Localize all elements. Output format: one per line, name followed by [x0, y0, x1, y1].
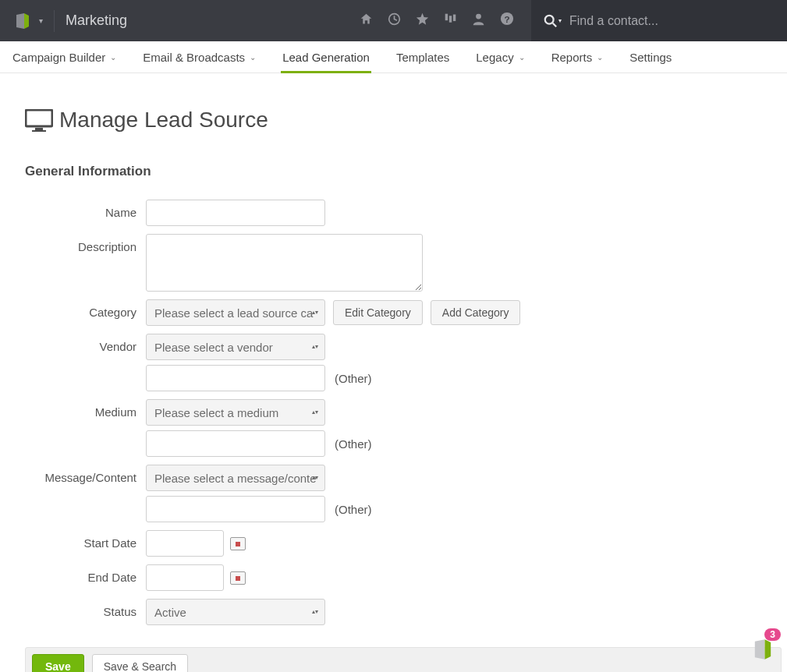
- message-other-input[interactable]: [146, 496, 325, 522]
- divider: [54, 10, 55, 32]
- category-select[interactable]: Please select a lead source ca ▴▾: [146, 299, 325, 326]
- monitor-icon: [25, 109, 53, 131]
- select-value: Active: [154, 606, 186, 619]
- vendor-other-label: (Other): [333, 372, 372, 385]
- footer-bar: Save Save & Search: [25, 647, 782, 672]
- app-switcher[interactable]: ▾: [14, 12, 43, 30]
- nav-label: Email & Broadcasts: [143, 51, 245, 64]
- svg-rect-13: [32, 130, 46, 132]
- section-title: General Information: [25, 164, 762, 179]
- grid-icon[interactable]: [444, 12, 457, 30]
- medium-other-input[interactable]: [146, 430, 325, 457]
- clock-icon[interactable]: [388, 12, 401, 30]
- svg-marker-14: [755, 639, 765, 659]
- name-input[interactable]: [146, 200, 325, 226]
- updown-icon: ▴▾: [312, 476, 318, 480]
- svg-marker-0: [16, 13, 24, 29]
- nav-label: Legacy: [476, 51, 513, 64]
- calendar-icon[interactable]: [230, 537, 246, 550]
- nav-label: Reports: [551, 51, 593, 64]
- save-search-button[interactable]: Save & Search: [92, 654, 188, 672]
- select-value: Please select a vendor: [154, 341, 273, 354]
- status-select[interactable]: Active ▴▾: [146, 599, 325, 625]
- global-search[interactable]: ▾: [531, 0, 787, 41]
- label-status: Status: [25, 599, 146, 618]
- page-content: Manage Lead Source General Information N…: [0, 73, 787, 672]
- end-date-input[interactable]: [146, 564, 224, 591]
- nav-label: Campaign Builder: [12, 51, 105, 64]
- add-category-button[interactable]: Add Category: [431, 300, 521, 325]
- nav-settings[interactable]: Settings: [629, 41, 672, 73]
- label-end-date: End Date: [25, 564, 146, 584]
- chevron-down-icon: ⌄: [519, 53, 525, 62]
- nav-legacy[interactable]: Legacy ⌄: [476, 41, 524, 73]
- app-title: Marketing: [66, 12, 127, 29]
- edit-category-button[interactable]: Edit Category: [333, 300, 423, 325]
- chevron-down-icon: ▾: [39, 16, 43, 25]
- label-vendor: Vendor: [25, 334, 146, 353]
- nav-label: Templates: [396, 51, 449, 64]
- message-select[interactable]: Please select a message/conte ▴▾: [146, 465, 325, 491]
- nav-email-broadcasts[interactable]: Email & Broadcasts ⌄: [143, 41, 256, 73]
- label-medium: Medium: [25, 399, 146, 419]
- nav-templates[interactable]: Templates: [396, 41, 449, 73]
- calendar-icon[interactable]: [230, 571, 246, 585]
- search-icon[interactable]: ▾: [544, 14, 562, 28]
- topbar-icons: ?: [360, 12, 531, 30]
- svg-point-9: [545, 15, 554, 23]
- description-textarea[interactable]: [146, 234, 423, 292]
- chevron-down-icon: ⌄: [110, 53, 116, 62]
- chevron-down-icon: ⌄: [250, 53, 256, 62]
- star-icon[interactable]: [416, 12, 429, 30]
- updown-icon: ▴▾: [312, 610, 318, 614]
- svg-line-10: [553, 23, 557, 27]
- nav-campaign-builder[interactable]: Campaign Builder ⌄: [12, 41, 116, 73]
- svg-rect-12: [35, 128, 43, 130]
- nav-lead-generation[interactable]: Lead Generation: [282, 41, 370, 73]
- nav-label: Settings: [629, 51, 672, 64]
- label-description: Description: [25, 234, 146, 253]
- nav-reports[interactable]: Reports ⌄: [551, 41, 604, 73]
- help-icon[interactable]: ?: [500, 12, 514, 30]
- select-value: Please select a message/conte: [154, 472, 317, 485]
- vendor-other-input[interactable]: [146, 365, 325, 391]
- search-input[interactable]: [569, 14, 775, 28]
- start-date-input[interactable]: [146, 530, 224, 557]
- svg-point-6: [476, 13, 481, 19]
- label-category: Category: [25, 299, 146, 319]
- medium-other-label: (Other): [333, 437, 372, 451]
- vendor-select[interactable]: Please select a vendor ▴▾: [146, 334, 325, 360]
- updown-icon: ▴▾: [312, 410, 318, 415]
- page-title: Manage Lead Source: [59, 108, 268, 133]
- topbar: ▾ Marketing ? ▾: [0, 0, 787, 41]
- label-message: Message/Content: [25, 465, 146, 484]
- save-button[interactable]: Save: [32, 654, 84, 672]
- svg-marker-1: [24, 13, 29, 29]
- home-icon[interactable]: [360, 12, 373, 30]
- user-icon[interactable]: [472, 12, 485, 30]
- page-title-row: Manage Lead Source: [25, 108, 762, 133]
- svg-rect-4: [449, 16, 452, 23]
- label-start-date: Start Date: [25, 530, 146, 550]
- updown-icon: ▴▾: [312, 345, 318, 349]
- svg-rect-3: [445, 13, 448, 20]
- svg-marker-15: [765, 639, 771, 659]
- svg-rect-11: [26, 110, 52, 126]
- chevron-down-icon: ⌄: [597, 53, 603, 62]
- label-name: Name: [25, 200, 146, 219]
- select-value: Please select a lead source ca: [154, 306, 313, 320]
- nav-label: Lead Generation: [282, 51, 370, 64]
- app-logo-icon: [14, 12, 31, 30]
- message-other-label: (Other): [333, 503, 372, 516]
- subnav: Campaign Builder ⌄ Email & Broadcasts ⌄ …: [0, 41, 787, 73]
- svg-text:?: ?: [504, 14, 509, 24]
- widget-badge: 3: [764, 628, 781, 641]
- svg-rect-5: [453, 14, 456, 21]
- select-value: Please select a medium: [154, 406, 278, 419]
- help-widget[interactable]: 3: [750, 636, 776, 663]
- chevron-down-icon: ▾: [558, 17, 562, 24]
- medium-select[interactable]: Please select a medium ▴▾: [146, 399, 325, 426]
- updown-icon: ▴▾: [312, 310, 318, 315]
